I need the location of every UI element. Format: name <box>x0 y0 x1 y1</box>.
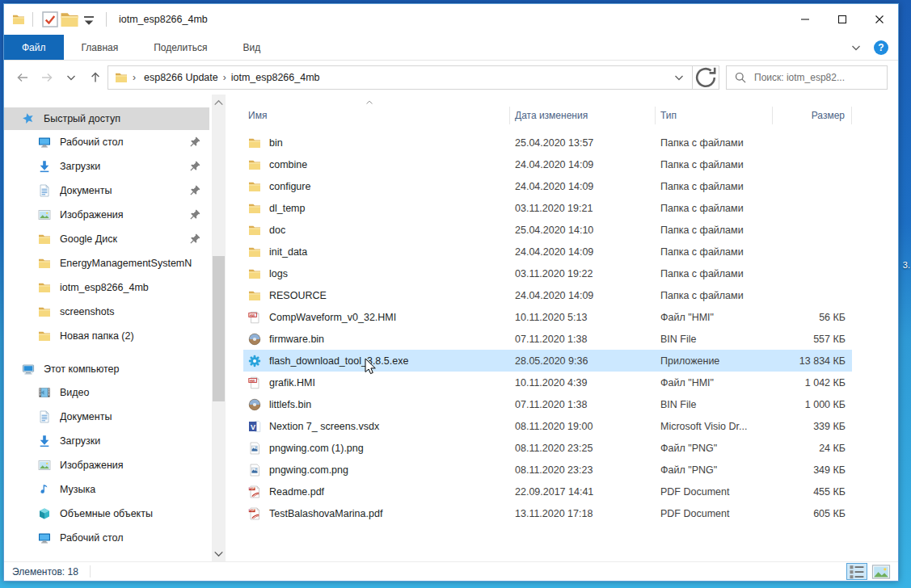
file-row[interactable]: littlefs.bin07.11.2020 1:38BIN File1 000… <box>243 393 852 415</box>
file-name-cell[interactable]: HMIgrafik.HMI <box>243 376 510 389</box>
file-row[interactable]: configure24.04.2020 14:09Папка с файлами <box>243 175 852 197</box>
file-row[interactable]: pngwing.com.png08.11.2020 23:23Файл "PNG… <box>243 459 852 481</box>
file-row[interactable]: HMIgrafik.HMI10.11.2020 4:39Файл "HMI"1 … <box>243 372 852 393</box>
file-name-cell[interactable]: pngwing.com (1).png <box>243 442 510 455</box>
file-name: flash_download_tool_3.8.5.exe <box>269 355 408 367</box>
file-name-cell[interactable]: pngwing.com.png <box>243 464 510 477</box>
sidebar-item[interactable]: Загрузки <box>4 429 209 453</box>
ribbon-tab[interactable]: Файл <box>4 35 64 60</box>
file-name-cell[interactable]: PDFTestBalashovaMarina.pdf <box>243 507 510 520</box>
file-name-cell[interactable]: PDFReadme.pdf <box>243 485 510 498</box>
file-row[interactable]: firmware.bin07.11.2020 1:38BIN File557 К… <box>243 328 852 350</box>
sidebar-item[interactable]: Музыка <box>4 477 209 502</box>
file-row[interactable]: doc25.04.2020 14:10Папка с файлами <box>243 219 852 241</box>
sidebar-item[interactable]: Документы <box>4 405 209 429</box>
sidebar-item[interactable]: Новая папка (2) <box>4 324 209 348</box>
back-button[interactable] <box>11 65 35 90</box>
scrollbar-thumb[interactable] <box>213 256 225 401</box>
sidebar-item[interactable]: EnergyManagementSystemN <box>4 251 209 275</box>
refresh-button[interactable] <box>692 65 719 90</box>
column-header[interactable]: Дата изменения <box>510 107 656 124</box>
file-name-cell[interactable]: logs <box>243 267 510 280</box>
pin-icon <box>188 208 201 221</box>
file-row[interactable]: HMICompWaveform_v0_32.HMI10.11.2020 5:13… <box>243 306 852 328</box>
column-header[interactable]: Имя <box>243 107 510 124</box>
ribbon-tab[interactable]: Вид <box>225 35 278 60</box>
file-size-cell: 13 834 КБ <box>773 355 852 367</box>
file-name-cell[interactable]: init_data <box>243 246 510 258</box>
maximize-button[interactable] <box>824 4 861 35</box>
file-row[interactable]: combine24.04.2020 14:09Папка с файлами <box>243 153 852 175</box>
qat-new-folder-button[interactable] <box>60 10 79 29</box>
sidebar-item[interactable]: Рабочий стол <box>4 526 209 550</box>
breadcrumb-item[interactable]: iotm_esp8266_4mb <box>228 72 323 83</box>
picture-icon <box>38 459 51 472</box>
details-view-button[interactable] <box>846 563 867 580</box>
file-name-cell[interactable]: dl_temp <box>243 202 510 215</box>
sidebar-item[interactable]: Загрузки <box>4 154 209 178</box>
close-button[interactable] <box>861 4 898 35</box>
file-row[interactable]: PDFTestBalashovaMarina.pdf13.11.2020 17:… <box>243 502 852 524</box>
recent-locations-chevron[interactable] <box>59 65 83 90</box>
sidebar-item[interactable]: Google Диск <box>4 227 209 251</box>
file-name-cell[interactable]: littlefs.bin <box>243 398 510 411</box>
file-row[interactable]: VNextion 7_ screens.vsdx08.11.2020 19:00… <box>243 415 852 437</box>
sidebar-item[interactable]: Документы <box>4 178 209 203</box>
file-name-cell[interactable]: combine <box>243 158 510 171</box>
file-row[interactable]: RESOURCE24.04.2020 14:09Папка с файлами <box>243 284 852 306</box>
scroll-up-chevron-icon[interactable] <box>212 96 226 109</box>
chevron-down-icon[interactable] <box>850 41 862 54</box>
folder-icon <box>248 289 261 302</box>
search-box[interactable] <box>726 65 888 90</box>
file-row[interactable]: dl_temp03.11.2020 19:21Папка с файлами <box>243 197 852 219</box>
file-type-cell: Файл "HMI" <box>656 377 773 388</box>
file-name-cell[interactable]: firmware.bin <box>243 333 510 346</box>
help-button[interactable]: ? <box>874 40 888 55</box>
sidebar-scrollbar[interactable] <box>212 94 226 561</box>
file-name-cell[interactable]: bin <box>243 136 510 149</box>
forward-button[interactable] <box>35 65 59 90</box>
ribbon-tab[interactable]: Главная <box>64 35 137 60</box>
download-icon <box>38 435 51 447</box>
file-row[interactable]: logs03.11.2020 19:22Папка с файлами <box>243 262 852 284</box>
column-header[interactable]: Тип <box>656 107 773 124</box>
file-name: bin <box>269 137 283 149</box>
file-row[interactable]: PDFReadme.pdf22.09.2017 14:41PDF Documen… <box>243 481 852 502</box>
column-header[interactable]: Размер <box>773 107 852 124</box>
sidebar-item[interactable]: Изображения <box>4 453 209 477</box>
file-name-cell[interactable]: RESOURCE <box>243 289 510 302</box>
file-name-cell[interactable]: doc <box>243 224 510 237</box>
sidebar-item[interactable]: iotm_esp8266_4mb <box>4 275 209 300</box>
search-icon <box>734 71 747 84</box>
address-bar[interactable]: › esp8266 Update›iotm_esp8266_4mb <box>108 65 693 90</box>
sidebar-item[interactable]: Изображения <box>4 203 209 227</box>
sidebar-item[interactable]: screenshots <box>4 300 209 324</box>
large-icons-view-button[interactable] <box>871 563 892 580</box>
file-row[interactable]: pngwing.com (1).png08.11.2020 23:25Файл … <box>243 437 852 459</box>
sidebar-item[interactable]: Видео <box>4 380 209 405</box>
sidebar-item[interactable]: Объемные объекты <box>4 502 209 526</box>
search-input[interactable] <box>754 72 875 83</box>
sidebar-item[interactable]: Рабочий стол <box>4 130 209 154</box>
separator <box>32 12 33 27</box>
ribbon-tab[interactable]: Поделиться <box>136 35 225 60</box>
breadcrumb-item[interactable]: esp8266 Update <box>141 72 221 83</box>
sidebar-section-header[interactable]: Этот компьютер <box>4 358 209 380</box>
scroll-down-chevron-icon[interactable] <box>212 547 226 560</box>
minimize-button[interactable] <box>787 4 824 35</box>
file-row[interactable]: bin25.04.2020 13:57Папка с файлами <box>243 132 852 153</box>
sort-ascending-chevron-icon <box>363 96 376 109</box>
items-count: Элементов: 18 <box>4 566 78 578</box>
file-name-cell[interactable]: VNextion 7_ screens.vsdx <box>243 420 510 433</box>
qat-customize-dropdown[interactable] <box>79 10 99 29</box>
file-row[interactable]: flash_download_tool_3.8.5.exe28.05.2020 … <box>243 350 852 372</box>
file-row[interactable]: init_data24.04.2020 14:09Папка с файлами <box>243 241 852 262</box>
sidebar-section-header[interactable]: Быстрый доступ <box>4 107 209 130</box>
file-name-cell[interactable]: configure <box>243 180 510 193</box>
file-name: logs <box>269 268 288 279</box>
qat-properties-button[interactable] <box>40 10 60 29</box>
folder-icon <box>38 305 51 318</box>
address-dropdown-chevron[interactable] <box>673 71 685 84</box>
file-name-cell[interactable]: HMICompWaveform_v0_32.HMI <box>243 311 510 324</box>
up-button[interactable] <box>83 65 108 90</box>
